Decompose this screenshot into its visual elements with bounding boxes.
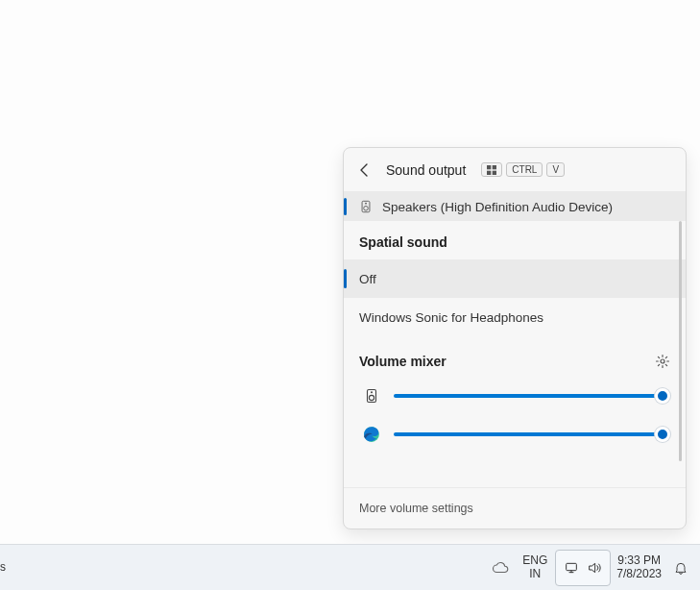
bell-icon [673, 560, 688, 576]
flyout-header: Sound output CTRL V [344, 148, 686, 192]
svg-rect-0 [487, 165, 491, 169]
spatial-option-off[interactable]: Off [344, 259, 686, 298]
v-key-hint: V [546, 162, 565, 177]
svg-point-10 [371, 391, 373, 393]
language-tray[interactable]: ENG IN [517, 549, 553, 587]
spatial-option-label: Windows Sonic for Headphones [359, 310, 543, 325]
more-volume-settings-link[interactable]: More volume settings [344, 487, 686, 529]
sound-output-flyout: Sound output CTRL V Speakers (High Defin… [343, 147, 687, 529]
clock-date: 7/8/2023 [616, 568, 662, 581]
lang-code: ENG [522, 554, 547, 568]
svg-point-7 [661, 359, 664, 363]
output-device-label: Speakers (High Definition Audio Device) [382, 200, 613, 214]
slider-track [394, 432, 664, 436]
volume-mixer-header: Volume mixer [344, 336, 686, 377]
cloud-icon [492, 559, 509, 577]
mixer-row-system [344, 377, 686, 415]
volume-mixer-heading: Volume mixer [359, 354, 655, 369]
notifications-tray[interactable] [667, 549, 694, 587]
scrollbar[interactable] [679, 221, 682, 461]
system-volume-slider[interactable] [394, 386, 664, 406]
win-key-icon [481, 162, 502, 177]
quick-settings-tray[interactable] [555, 550, 611, 586]
selection-indicator [344, 269, 347, 288]
flyout-title: Sound output [386, 162, 466, 178]
volume-icon [587, 560, 602, 576]
svg-rect-3 [493, 170, 496, 174]
current-output-device[interactable]: Speakers (High Definition Audio Device) [344, 192, 686, 221]
arrow-left-icon [357, 162, 373, 178]
spatial-sound-heading: Spatial sound [344, 221, 686, 259]
ctrl-key-hint: CTRL [506, 162, 543, 177]
network-icon [564, 560, 579, 576]
slider-thumb[interactable] [655, 388, 670, 404]
selection-indicator [344, 198, 347, 215]
gear-icon [655, 354, 670, 369]
slider-thumb[interactable] [655, 427, 670, 442]
volume-mixer-settings-button[interactable] [655, 354, 670, 369]
taskbar: s ENG IN 9:33 PM 7/8/2023 [0, 544, 700, 590]
onedrive-tray[interactable] [486, 549, 515, 587]
clock-time: 9:33 PM [617, 554, 661, 568]
back-button[interactable] [355, 160, 374, 180]
svg-rect-12 [567, 563, 577, 570]
speaker-device-icon [363, 387, 380, 405]
mixer-row-edge [344, 415, 686, 454]
edge-browser-icon [363, 426, 380, 443]
clock-tray[interactable]: 9:33 PM 7/8/2023 [613, 549, 665, 587]
slider-track [394, 394, 664, 398]
svg-point-6 [365, 203, 367, 205]
key-hints: CTRL V [481, 162, 565, 177]
speaker-icon [359, 200, 373, 213]
more-volume-settings-label: More volume settings [359, 502, 473, 515]
svg-point-9 [369, 395, 374, 400]
svg-rect-2 [487, 170, 491, 174]
spatial-option-label: Off [359, 272, 376, 286]
spatial-option-windows-sonic[interactable]: Windows Sonic for Headphones [344, 298, 686, 336]
svg-point-5 [364, 206, 369, 210]
svg-rect-1 [493, 165, 496, 169]
lang-region: IN [529, 568, 541, 581]
taskbar-left-stub: s [0, 544, 12, 590]
flyout-body: Speakers (High Definition Audio Device) … [344, 192, 686, 487]
edge-volume-slider[interactable] [394, 425, 664, 444]
